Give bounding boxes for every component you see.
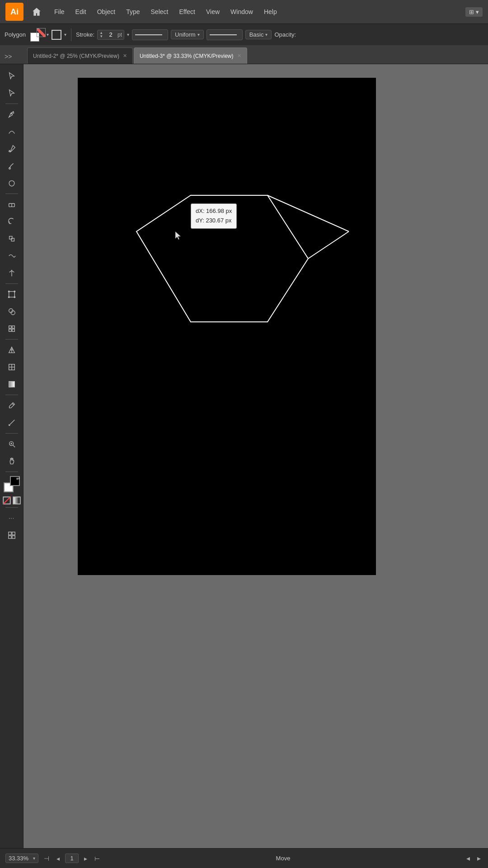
direct-selection-tool[interactable]: [4, 85, 20, 101]
gradient-tool[interactable]: [4, 376, 20, 392]
profile-dropdown[interactable]: Basic ▾: [245, 30, 272, 39]
tab-untitled2[interactable]: Untitled-2* @ 25% (CMYK/Preview) ✕: [27, 47, 133, 64]
workspace-switcher[interactable]: ⊞ ▾: [465, 7, 483, 17]
profile-dropdown-arrow[interactable]: ▾: [265, 32, 267, 37]
tool-sep-7: [5, 472, 18, 472]
zoom-control[interactable]: 33.33% ▾: [5, 854, 38, 863]
hexagon-shape: [136, 195, 308, 322]
drawing-canvas: [78, 78, 376, 575]
rotate-tool[interactable]: [4, 213, 20, 230]
menu-view[interactable]: View: [202, 6, 224, 17]
tab-title-2: Untitled-3* @ 33.33% (CMYK/Preview): [140, 53, 234, 59]
menu-window[interactable]: Window: [226, 6, 258, 17]
eyedropper-tool[interactable]: [4, 397, 20, 414]
fill-stroke-dropdown[interactable]: ▾: [47, 32, 49, 37]
stroke-color-swatch[interactable]: [52, 30, 61, 40]
uniform-dropdown-arrow[interactable]: ▾: [197, 32, 200, 37]
svg-rect-36: [8, 536, 11, 538]
svg-rect-33: [13, 497, 20, 504]
play-btn[interactable]: ▸: [475, 854, 483, 863]
tool-sep-3: [5, 283, 18, 284]
artboard: [78, 78, 376, 575]
mesh-tool[interactable]: [4, 359, 20, 375]
home-button[interactable]: [29, 4, 44, 19]
width-tool[interactable]: [4, 265, 20, 281]
last-artboard-btn[interactable]: ⊢: [93, 855, 102, 862]
menu-edit[interactable]: Edit: [71, 6, 91, 17]
gradient-color-btn[interactable]: [12, 496, 21, 505]
swap-colors-icon[interactable]: ⇄: [16, 476, 20, 481]
tab-close-1[interactable]: ✕: [123, 53, 127, 59]
menu-help[interactable]: Help: [259, 6, 282, 17]
svg-point-9: [8, 297, 9, 298]
svg-rect-37: [12, 536, 14, 538]
toolbar-separator-1: [71, 28, 71, 41]
menu-file[interactable]: File: [50, 6, 69, 17]
none-color-btn[interactable]: [2, 496, 11, 505]
perspective-grid-tool[interactable]: [4, 342, 20, 358]
svg-point-10: [14, 297, 15, 298]
status-text: Move: [276, 855, 291, 862]
tool-sep-5: [5, 395, 18, 395]
drawing-in-progress-line: [267, 195, 349, 231]
fill-color-icon[interactable]: [37, 28, 46, 37]
svg-line-32: [3, 497, 10, 504]
pen-tool[interactable]: [4, 106, 20, 123]
second-dash-selector[interactable]: [206, 29, 243, 40]
menu-effect[interactable]: Effect: [174, 6, 200, 17]
second-dash-preview: [210, 34, 237, 35]
menu-type[interactable]: Type: [122, 6, 144, 17]
prev-play-btn[interactable]: ◂: [465, 854, 472, 863]
uniform-dropdown[interactable]: Uniform ▾: [171, 30, 204, 39]
scale-tool[interactable]: [4, 231, 20, 247]
prev-artboard-btn[interactable]: ◂: [55, 855, 61, 862]
tab-bar: >> Untitled-2* @ 25% (CMYK/Preview) ✕ Un…: [0, 45, 488, 64]
live-paint-tool[interactable]: [4, 321, 20, 337]
tab-untitled3[interactable]: Untitled-3* @ 33.33% (CMYK/Preview) ✕: [134, 47, 247, 64]
svg-rect-5: [11, 238, 14, 241]
first-artboard-btn[interactable]: ⊣: [42, 855, 51, 862]
stroke-input-group[interactable]: ▲ ▼ 2 pt: [97, 30, 124, 40]
stroke-label: Stroke:: [76, 31, 94, 38]
menu-select[interactable]: Select: [146, 6, 173, 17]
free-transform-tool[interactable]: [4, 286, 20, 302]
next-artboard-btn[interactable]: ▸: [82, 855, 89, 862]
dash-line-preview: [135, 34, 162, 35]
artboard-number-input[interactable]: [65, 854, 79, 863]
stroke-dash-selector[interactable]: [132, 29, 168, 40]
profile-label: Basic: [249, 31, 264, 38]
app-logo: Ai: [5, 3, 23, 21]
brush-tool[interactable]: [4, 158, 20, 174]
stroke-spinners[interactable]: ▲ ▼: [99, 31, 103, 38]
artboards-panel-btn[interactable]: [4, 527, 20, 543]
tab-panel-expand[interactable]: >>: [5, 53, 12, 60]
eraser-tool[interactable]: [4, 196, 20, 212]
measure-tool[interactable]: [4, 415, 20, 431]
svg-point-1: [9, 168, 10, 170]
stroke-unit-dropdown[interactable]: ▾: [127, 32, 129, 37]
zoom-dropdown-arrow[interactable]: ▾: [33, 856, 35, 861]
more-tools[interactable]: ···: [4, 510, 20, 526]
tab-close-2[interactable]: ✕: [237, 53, 241, 59]
zoom-tool[interactable]: [4, 436, 20, 452]
drawing-guide-line: [308, 231, 349, 259]
stroke-value: 2: [104, 31, 117, 38]
color-boxes[interactable]: ⇄: [4, 476, 20, 492]
svg-rect-22: [9, 382, 14, 387]
stroke-down-arrow[interactable]: ▼: [99, 35, 103, 38]
zoom-value: 33.33%: [9, 855, 31, 862]
selection-tool[interactable]: [4, 68, 20, 84]
svg-point-7: [8, 291, 9, 292]
menu-object[interactable]: Object: [93, 6, 120, 17]
curvature-tool[interactable]: [4, 123, 20, 140]
blob-brush-tool[interactable]: [4, 175, 20, 191]
stroke-color-dropdown[interactable]: ▾: [64, 32, 66, 37]
pencil-tool[interactable]: [4, 141, 20, 157]
menu-bar: Ai File Edit Object Type Select Effect V…: [0, 0, 488, 24]
warp-tool[interactable]: [4, 248, 20, 264]
tab-title-1: Untitled-2* @ 25% (CMYK/Preview): [33, 53, 119, 59]
shape-builder-tool[interactable]: [4, 303, 20, 320]
uniform-label: Uniform: [175, 31, 196, 38]
hand-tool[interactable]: [4, 453, 20, 469]
canvas-area[interactable]: dX: 166.98 px dY: 230.67 px: [23, 64, 488, 848]
